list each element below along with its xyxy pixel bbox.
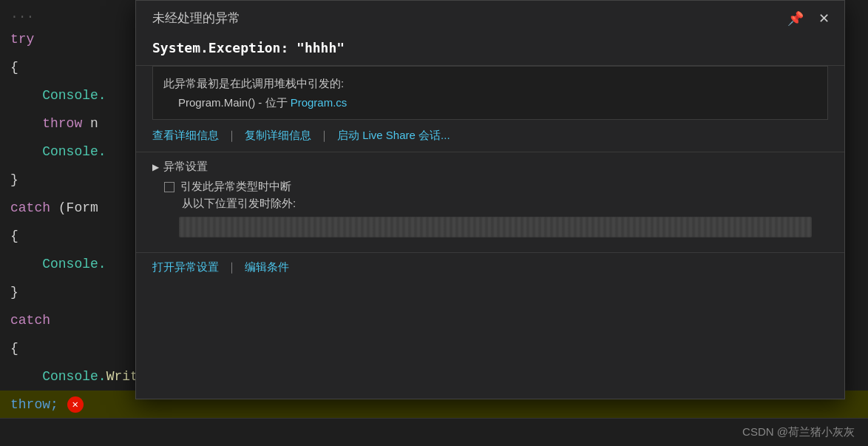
exception-section: System.Exception: "hhhh" [136,34,844,66]
dialog-title-icons: 📌 ✕ [786,10,831,27]
close-button[interactable]: ✕ [817,10,831,27]
stack-prefix: Program.Main() - 位于 [178,96,291,109]
actions-bar: 查看详细信息 ｜ 复制详细信息 ｜ 启动 Live Share 会话... [136,120,844,152]
exception-dialog: 未经处理的异常 📌 ✕ System.Exception: "hhhh" 此异常… [135,0,845,399]
stacktrace-box: 此异常最初是在此调用堆栈中引发的: Program.Main() - 位于 Pr… [152,66,828,120]
open-settings-link[interactable]: 打开异常设置 [152,260,219,274]
liveshare-link[interactable]: 启动 Live Share 会话... [337,129,450,143]
checkbox-row: 引发此异常类型时中断 [152,180,828,194]
stack-intro: 此异常最初是在此调用堆栈中引发的: [163,74,817,93]
sep2: ｜ [319,129,330,143]
edit-conditions-link[interactable]: 编辑条件 [245,260,289,274]
indent-label: 从以下位置引发时除外: [152,197,828,211]
bottom-actions: 打开异常设置 ｜ 编辑条件 [136,252,844,282]
watermark-text: CSDN @荷兰猪小灰灰 [742,425,855,439]
sep1: ｜ [226,129,237,143]
stack-entry: Program.Main() - 位于 Program.cs [163,93,817,112]
bottom-sep: ｜ [226,260,237,274]
settings-section: ▶ 异常设置 引发此异常类型时中断 从以下位置引发时除外: [136,152,844,252]
dialog-title: 未经处理的异常 [152,10,240,27]
collapse-icon[interactable]: ▶ [152,162,159,172]
checkbox-label: 引发此异常类型时中断 [180,180,291,194]
exception-class: System.Exception: [152,40,288,55]
redacted-content [179,217,812,237]
view-details-link[interactable]: 查看详细信息 [152,129,219,143]
copy-details-link[interactable]: 复制详细信息 [245,129,311,143]
keyword-try: try [10,25,34,53]
exception-type-label: System.Exception: "hhhh" [152,40,345,55]
settings-header: ▶ 异常设置 [152,160,828,174]
status-bar: CSDN @荷兰猪小灰灰 [0,418,868,446]
pin-button[interactable]: 📌 [786,10,805,27]
redacted-area [179,217,812,237]
dialog-titlebar: 未经处理的异常 📌 ✕ [136,1,844,34]
exception-message: "hhhh" [296,40,345,55]
error-badge: ✕ [67,396,84,413]
settings-header-label: 异常设置 [163,160,208,174]
break-on-exception-checkbox[interactable] [164,182,174,192]
program-cs-link[interactable]: Program.cs [291,96,347,109]
